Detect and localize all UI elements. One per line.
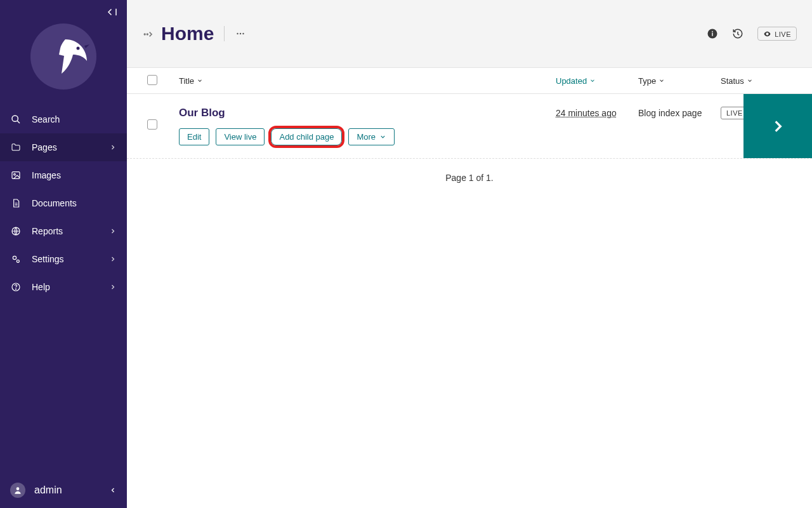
nav-label: Pages	[32, 142, 57, 152]
nav-label: Settings	[32, 254, 64, 264]
document-icon	[10, 197, 22, 209]
chevron-right-icon	[109, 227, 117, 235]
chevron-down-icon	[658, 77, 665, 84]
add-child-page-button[interactable]: Add child page	[271, 128, 342, 145]
svg-point-6	[13, 256, 16, 259]
sidebar: Search Pages Images Documents Reports Se…	[0, 0, 127, 508]
svg-point-4	[14, 173, 16, 175]
svg-point-15	[243, 33, 244, 34]
nav-item-images[interactable]: Images	[0, 161, 127, 189]
chevron-down-icon	[197, 77, 203, 84]
explore-children-button[interactable]	[743, 94, 812, 158]
chevron-right-icon	[109, 144, 117, 151]
live-label: LIVE	[775, 30, 791, 38]
pagination: Page 1 of 1.	[127, 159, 812, 197]
globe-icon	[10, 225, 22, 237]
more-button[interactable]: More	[348, 128, 395, 145]
chevron-down-icon	[589, 77, 596, 84]
svg-rect-17	[712, 33, 713, 36]
chevron-right-icon	[109, 283, 117, 291]
sort-status[interactable]: Status	[721, 76, 753, 86]
select-all-checkbox[interactable]	[147, 75, 157, 85]
svg-point-18	[712, 31, 713, 32]
table-header: Title Updated Type Status	[127, 67, 812, 94]
eye-icon	[763, 30, 771, 38]
nav-item-search[interactable]: Search	[0, 105, 127, 133]
svg-point-12	[147, 34, 148, 35]
user-menu[interactable]: admin	[0, 472, 127, 508]
nav-item-documents[interactable]: Documents	[0, 189, 127, 217]
nav-label: Help	[32, 282, 50, 292]
page-actions-menu[interactable]	[235, 28, 246, 39]
svg-point-1	[77, 47, 80, 50]
folder-icon	[10, 142, 22, 153]
chevron-down-icon	[747, 77, 753, 84]
gear-icon	[10, 253, 22, 265]
row-updated: 24 minutes ago	[556, 107, 638, 145]
nav-label: Reports	[32, 226, 63, 236]
nav: Search Pages Images Documents Reports Se…	[0, 105, 127, 472]
avatar	[10, 483, 25, 498]
nav-label: Images	[32, 170, 61, 180]
nav-item-pages[interactable]: Pages	[0, 133, 127, 161]
page-title: Home	[161, 23, 214, 44]
svg-point-2	[12, 116, 18, 121]
svg-point-9	[15, 289, 16, 290]
collapse-sidebar-icon[interactable]	[107, 6, 118, 18]
svg-point-7	[16, 260, 19, 262]
page-header: Home LIVE	[127, 0, 812, 67]
view-live-button[interactable]: View live	[216, 128, 265, 145]
nav-label: Search	[32, 114, 60, 124]
svg-point-10	[16, 487, 20, 490]
logo[interactable]	[29, 22, 98, 91]
table-row: Our Blog Edit View live Add child page M…	[127, 94, 812, 159]
svg-rect-3	[12, 172, 20, 179]
username: admin	[34, 485, 62, 496]
search-icon	[10, 114, 22, 125]
nav-item-help[interactable]: Help	[0, 273, 127, 301]
chevron-down-icon	[379, 133, 386, 140]
main: Home LIVE Title Updated Type Status	[127, 0, 812, 508]
nav-item-settings[interactable]: Settings	[0, 245, 127, 273]
svg-point-11	[144, 34, 145, 35]
sort-type[interactable]: Type	[638, 76, 665, 86]
page-row-title[interactable]: Our Blog	[179, 107, 556, 119]
breadcrumb-icon[interactable]	[142, 28, 155, 41]
sort-title[interactable]: Title	[179, 76, 203, 86]
chevron-right-icon	[109, 255, 117, 263]
row-type: Blog index page	[638, 107, 721, 145]
history-icon[interactable]	[732, 28, 743, 39]
chevron-up-icon	[109, 486, 117, 494]
sort-updated[interactable]: Updated	[556, 76, 596, 86]
nav-label: Documents	[32, 198, 77, 208]
divider	[224, 26, 225, 41]
image-icon	[10, 170, 22, 181]
live-status-button[interactable]: LIVE	[757, 27, 797, 41]
row-checkbox[interactable]	[147, 119, 157, 130]
svg-point-0	[30, 23, 96, 90]
info-icon[interactable]	[707, 28, 718, 39]
chevron-right-icon	[769, 118, 786, 135]
edit-button[interactable]: Edit	[179, 128, 209, 145]
help-icon	[10, 281, 22, 293]
svg-point-14	[240, 33, 241, 34]
nav-item-reports[interactable]: Reports	[0, 217, 127, 245]
svg-point-13	[237, 33, 239, 34]
